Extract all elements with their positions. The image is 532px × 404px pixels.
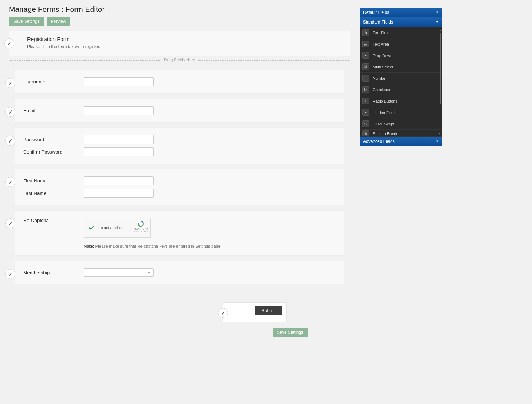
- chevron-down-icon: ▼: [435, 11, 439, 14]
- field-palette-label: Drop Down: [373, 53, 392, 58]
- pencil-icon: [9, 272, 12, 276]
- edit-recaptcha-button[interactable]: [5, 218, 15, 228]
- scroll-thumb[interactable]: [440, 33, 441, 104]
- recaptcha-text: I'm not a robot: [98, 226, 123, 230]
- form-header-block: Registration Form Please fill in the for…: [9, 31, 350, 56]
- membership-select[interactable]: [84, 268, 154, 277]
- field-type-icon: [362, 109, 369, 116]
- save-settings-button[interactable]: Save Settings: [9, 17, 44, 26]
- field-palette-label: Hidden Field: [373, 110, 395, 115]
- scroll-down-icon[interactable]: ▾: [439, 132, 441, 135]
- field-palette-label: Radio Buttons: [373, 99, 397, 103]
- recaptcha-label: Re-Captcha: [23, 218, 84, 223]
- accordion-advanced-fields[interactable]: Advanced Fields ▼: [360, 137, 442, 146]
- field-type-icon: [362, 98, 369, 104]
- top-button-row: Save Settings Preview: [9, 17, 350, 26]
- confirm-password-label: Confirm Password: [23, 149, 84, 155]
- recaptcha-logo: reCAPTCHA Privacy - Terms: [134, 220, 148, 232]
- edit-name-button[interactable]: [5, 177, 15, 187]
- field-palette-item[interactable]: Multi Select: [360, 61, 442, 73]
- pencil-icon: [9, 222, 12, 226]
- form-title: Registration Form: [27, 36, 342, 42]
- drop-zone-label: Drag Fields Here: [161, 58, 198, 62]
- preview-button[interactable]: Preview: [47, 17, 71, 26]
- field-block-membership[interactable]: Membership: [15, 261, 344, 284]
- svg-rect-4: [364, 88, 367, 91]
- last-name-label: Last Name: [23, 191, 84, 196]
- edit-form-header-button[interactable]: [4, 38, 14, 48]
- form-subtitle: Please fill in the form below to registe…: [27, 44, 342, 49]
- field-palette-item[interactable]: 1Number: [360, 73, 442, 84]
- accordion-standard-label: Standard Fields: [363, 20, 393, 25]
- edit-username-button[interactable]: [5, 78, 15, 88]
- accordion-default-label: Default Fields: [363, 10, 389, 15]
- username-label: Username: [23, 79, 84, 84]
- drop-zone[interactable]: Drag Fields Here Username Email: [9, 60, 350, 299]
- field-block-username[interactable]: Username: [15, 70, 344, 94]
- pencil-icon: [7, 41, 11, 45]
- field-block-recaptcha[interactable]: Re-Captcha I'm not a robot reCA: [15, 210, 344, 256]
- field-palette-item[interactable]: Checkbox: [360, 84, 442, 95]
- fields-panel: Default Fields ▼ Standard Fields ▼ AText…: [360, 8, 442, 146]
- submit-block: Submit: [223, 302, 287, 322]
- pencil-icon: [221, 311, 225, 315]
- field-palette-item[interactable]: Text Area: [360, 38, 442, 50]
- submit-button[interactable]: Submit: [255, 306, 282, 315]
- field-type-icon: [362, 41, 369, 47]
- scrollbar[interactable]: ▴ ▾: [439, 29, 441, 135]
- page-title: Manage Forms : Form Editor: [9, 5, 350, 14]
- field-type-icon: [362, 86, 369, 93]
- edit-membership-button[interactable]: [5, 269, 15, 279]
- pencil-icon: [9, 139, 12, 143]
- field-palette-label: Text Field: [373, 31, 389, 35]
- field-block-password[interactable]: Password Confirm Password: [15, 128, 344, 164]
- recaptcha-widget[interactable]: I'm not a robot reCAPTCHA Privacy - Term…: [84, 218, 151, 238]
- svg-rect-7: [365, 133, 367, 134]
- field-palette-item[interactable]: AText Field: [360, 27, 442, 38]
- pencil-icon: [9, 110, 12, 114]
- field-palette-item[interactable]: Radio Buttons: [360, 95, 442, 107]
- field-block-email[interactable]: Email: [15, 99, 344, 123]
- edit-password-button[interactable]: [5, 136, 15, 146]
- chevron-down-icon: ▼: [435, 20, 439, 24]
- checkmark-icon: [88, 224, 95, 232]
- email-input[interactable]: [84, 106, 154, 115]
- field-palette-label: Text Area: [373, 42, 389, 46]
- last-name-input[interactable]: [84, 189, 154, 198]
- accordion-advanced-label: Advanced Fields: [363, 139, 395, 144]
- accordion-standard-fields[interactable]: Standard Fields ▼: [360, 17, 442, 27]
- edit-email-button[interactable]: [5, 107, 15, 117]
- field-block-name[interactable]: First Name Last Name: [15, 169, 344, 205]
- field-palette-item[interactable]: Drop Down: [360, 50, 442, 61]
- field-type-icon: [362, 120, 369, 127]
- email-label: Email: [23, 108, 84, 113]
- save-settings-bottom-button[interactable]: Save Settings: [273, 328, 308, 337]
- field-palette-item[interactable]: Section Break: [360, 130, 442, 137]
- first-name-input[interactable]: [84, 176, 154, 185]
- field-type-icon: [362, 130, 369, 137]
- field-type-icon: 1: [362, 75, 369, 82]
- standard-fields-list: AText FieldText AreaDrop DownMulti Selec…: [360, 27, 442, 137]
- field-palette-label: HTML Script: [373, 122, 394, 126]
- field-type-icon: [362, 63, 369, 70]
- chevron-down-icon: ▼: [435, 140, 439, 143]
- membership-label: Membership: [23, 270, 84, 275]
- field-palette-label: Number: [373, 76, 387, 81]
- confirm-password-input[interactable]: [84, 147, 154, 156]
- field-palette-label: Section Break: [373, 131, 397, 136]
- svg-rect-2: [365, 66, 367, 68]
- password-input[interactable]: [84, 135, 154, 144]
- edit-submit-button[interactable]: [218, 308, 228, 318]
- pencil-icon: [9, 180, 12, 184]
- password-label: Password: [23, 137, 84, 142]
- field-palette-label: Checkbox: [373, 88, 390, 92]
- svg-rect-3: [365, 66, 367, 68]
- accordion-default-fields[interactable]: Default Fields ▼: [360, 8, 442, 17]
- username-input[interactable]: [84, 77, 154, 86]
- field-palette-item[interactable]: Hidden Field: [360, 107, 442, 118]
- field-palette-label: Multi Select: [373, 65, 393, 69]
- scroll-up-icon[interactable]: ▴: [439, 29, 441, 32]
- pencil-icon: [9, 81, 12, 85]
- field-type-icon: A: [362, 29, 369, 36]
- field-palette-item[interactable]: HTML Script: [360, 118, 442, 130]
